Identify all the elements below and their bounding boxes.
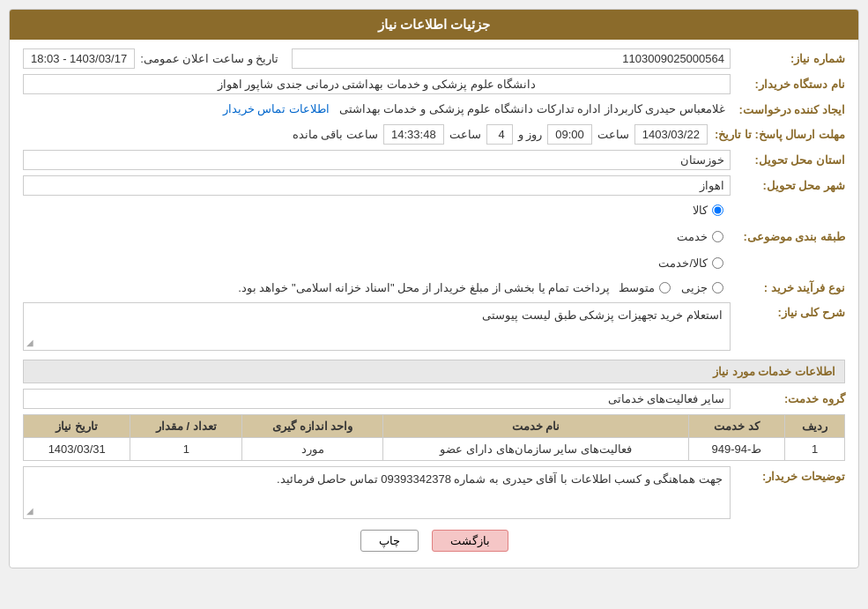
back-button[interactable]: بازگشت [432,530,508,552]
col-code: کد خدمت [688,415,784,438]
buyer-desc-row: توضیحات خریدار: جهت هماهنگی و کسب اطلاعا… [23,466,845,519]
service-group-value: سایر فعالیت‌های خدماتی [23,389,731,409]
announce-date-label: تاریخ و ساعت اعلان عمومی: [140,52,278,65]
cell-quantity: 1 [130,438,242,461]
cell-code: ط-94-949 [688,438,784,461]
cell-name: فعالیت‌های سایر سازمان‌های دارای عضو [383,438,689,461]
purchase-type-row: نوع فرآیند خرید : جزیی متوسط پرداخت تمام… [23,278,845,297]
time-label: ساعت [597,128,629,141]
need-desc-value: استعلام خرید تجهیزات پزشکی طبق لیست پیوس… [482,308,723,322]
category-label: طبقه بندی موضوعی: [731,230,845,243]
need-number-label: شماره نیاز: [731,52,845,65]
city-row: شهر محل تحویل: اهواز [23,175,845,196]
buyer-desc-box: جهت هماهنگی و کسب اطلاعات با آقای حیدری … [23,466,731,519]
category-khedmat[interactable]: خدمت [28,230,725,243]
need-desc-row: شرح کلی نیاز: استعلام خرید تجهیزات پزشکی… [23,302,845,351]
city-label: شهر محل تحویل: [731,179,845,192]
creator-contact-link[interactable]: اطلاعات تماس خریدار [223,102,330,115]
cell-row: 1 [785,438,845,461]
creator-row: ایجاد کننده درخواست: غلامعباس حیدری کارب… [23,100,845,119]
buyer-desc-label: توضیحات خریدار: [731,466,845,483]
response-deadline-row: مهلت ارسال پاسخ: تا تاریخ: 1403/03/22 سا… [23,124,845,145]
type-jozi[interactable]: جزیی [681,281,725,294]
response-date: 1403/03/22 [634,124,708,145]
province-value: خوزستان [23,150,731,170]
col-row: ردیف [785,415,845,438]
city-value: اهواز [23,175,731,196]
remaining-text-label: ساعت باقی مانده [293,128,378,141]
print-button[interactable]: چاپ [360,530,419,552]
category-row: طبقه بندی موضوعی: کالا خدمت کالا/خدمت [23,201,845,272]
response-days: 4 [486,124,513,145]
need-desc-box: استعلام خرید تجهیزات پزشکی طبق لیست پیوس… [23,302,731,351]
col-date: تاریخ نیاز [24,415,130,438]
announce-date-value: 1403/03/17 - 18:03 [23,48,135,69]
buyer-org-value: دانشگاه علوم پزشکی و خدمات بهداشتی درمان… [23,74,731,94]
service-group-label: گروه خدمت: [731,392,845,405]
need-desc-label: شرح کلی نیاز: [731,302,845,319]
col-unit: واحد اندازه گیری [242,415,383,438]
province-row: استان محل تحویل: خوزستان [23,150,845,170]
type-motavasset[interactable]: متوسط [619,281,672,294]
buyer-org-row: نام دستگاه خریدار: دانشگاه علوم پزشکی و … [23,74,845,94]
purchase-type-note: پرداخت تمام یا بخشی از مبلغ خریدار از مح… [238,281,610,294]
resize-icon: ◢ [26,338,33,347]
category-options: کالا خدمت کالا/خدمت [23,201,731,272]
cell-unit: مورد [242,438,383,461]
resize-icon-2: ◢ [26,506,33,516]
page-header: جزئیات اطلاعات نیاز [10,10,858,40]
response-deadline-label: مهلت ارسال پاسخ: تا تاریخ: [708,128,845,141]
table-row: 1ط-94-949فعالیت‌های سایر سازمان‌های دارا… [24,438,845,461]
remaining-label: ساعت [449,128,481,141]
province-label: استان محل تحویل: [731,153,845,167]
col-qty: تعداد / مقدار [130,415,242,438]
buyer-desc-value: جهت هماهنگی و کسب اطلاعات با آقای حیدری … [277,472,723,486]
buyer-org-label: نام دستگاه خریدار: [731,78,845,91]
services-section-title: اطلاعات خدمات مورد نیاز [23,360,845,383]
need-number-row: شماره نیاز: 1103009025000564 تاریخ و ساع… [23,48,845,69]
page-title: جزئیات اطلاعات نیاز [378,17,490,32]
creator-label: ایجاد کننده درخواست: [731,103,845,116]
response-remaining: 14:33:48 [383,124,444,145]
days-label: روز و [518,128,543,141]
services-table: ردیف کد خدمت نام خدمت واحد اندازه گیری ت… [23,414,845,461]
col-name: نام خدمت [383,415,689,438]
buttons-row: بازگشت چاپ [23,530,845,552]
cell-date: 1403/03/31 [24,438,130,461]
creator-value: غلامعباس حیدری کاربرداز اداره تدارکات دا… [23,100,731,119]
category-kala[interactable]: کالا [28,204,725,217]
service-group-row: گروه خدمت: سایر فعالیت‌های خدماتی [23,389,845,409]
need-number-value: 1103009025000564 [292,48,731,69]
category-kala-khedmat[interactable]: کالا/خدمت [28,256,725,270]
response-time: 09:00 [547,124,592,145]
purchase-type-label: نوع فرآیند خرید : [731,281,845,294]
purchase-type-options: جزیی متوسط پرداخت تمام یا بخشی از مبلغ خ… [23,278,731,297]
